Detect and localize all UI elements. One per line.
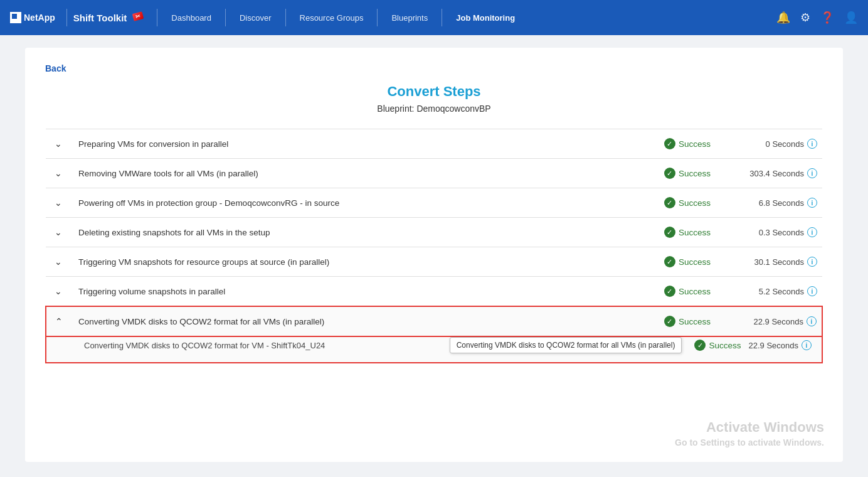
help-icon[interactable]: ❓ xyxy=(820,11,834,24)
time-text: 6.8 Seconds i xyxy=(759,198,817,208)
time-text: 0.3 Seconds i xyxy=(759,227,817,237)
step-label: Removing VMWare tools for all VMs (in pa… xyxy=(71,159,628,188)
table-row: ⌄ Powering off VMs in protection group -… xyxy=(46,188,822,218)
back-button[interactable]: Back xyxy=(45,63,66,73)
table-sub-row: Converting VMDK disks to QCOW2 format fo… xyxy=(46,336,822,363)
status-cell: ✓ Success xyxy=(628,129,716,159)
sub-step-label: Converting VMDK disks to QCOW2 format fo… xyxy=(84,341,325,350)
bell-icon[interactable]: 🔔 xyxy=(776,11,790,24)
success-badge: ✓ Success xyxy=(664,138,711,149)
status-cell: ✓ Success xyxy=(628,277,716,307)
success-badge: ✓ Success xyxy=(664,316,711,327)
success-icon: ✓ xyxy=(664,316,675,327)
time-cell: 22.9 Seconds i xyxy=(716,306,822,336)
nav-divider-5 xyxy=(377,9,378,26)
page-title: Convert Steps xyxy=(45,83,823,100)
sub-info-icon[interactable]: i xyxy=(802,340,812,350)
nav-divider-2 xyxy=(157,9,157,26)
success-badge: ✓ Success xyxy=(664,197,711,208)
nav-divider-4 xyxy=(285,9,286,26)
sub-success-icon: ✓ xyxy=(694,340,706,351)
chevron-collapsed[interactable]: ⌄ xyxy=(46,247,71,277)
steps-table: ⌄ Preparing VMs for conversion in parall… xyxy=(45,129,823,363)
sub-time-text: 22.9 Seconds i xyxy=(748,340,812,350)
info-icon[interactable]: i xyxy=(807,227,817,237)
nav-discover[interactable]: Discover xyxy=(232,13,279,23)
status-cell: ✓ Success xyxy=(628,188,716,218)
time-cell: 6.8 Seconds i xyxy=(716,188,822,218)
info-icon[interactable]: i xyxy=(807,168,817,178)
info-icon[interactable]: i xyxy=(807,286,817,296)
nav-icons: 🔔 ⚙ ❓ 👤 xyxy=(776,11,858,24)
step-label: Triggering VM snapshots for resource gro… xyxy=(71,247,628,277)
nav-divider-3 xyxy=(225,9,226,26)
gear-icon[interactable]: ⚙ xyxy=(800,11,810,24)
chevron-expanded[interactable]: ⌃ xyxy=(46,306,71,336)
time-cell: 30.1 Seconds i xyxy=(716,247,822,277)
step-label: Converting VMDK disks to QCOW2 format fo… xyxy=(71,306,628,336)
toolkit-brand: Shift Toolkit ✂ xyxy=(73,13,144,23)
success-icon: ✓ xyxy=(664,138,675,149)
navbar: NetApp Shift Toolkit ✂ Dashboard Discove… xyxy=(0,0,868,35)
status-cell: ✓ Success xyxy=(628,159,716,188)
netapp-logo: NetApp xyxy=(10,12,55,23)
status-cell: ✓ Success xyxy=(628,218,716,247)
table-row-highlighted: ⌃ Converting VMDK disks to QCOW2 format … xyxy=(46,306,822,336)
time-text: 30.1 Seconds i xyxy=(754,257,817,267)
info-icon[interactable]: i xyxy=(807,316,817,326)
success-icon: ✓ xyxy=(664,168,675,179)
page-subtitle: Blueprint: DemoqcowconvBP xyxy=(45,104,823,114)
table-row: ⌄ Preparing VMs for conversion in parall… xyxy=(46,129,822,159)
step-label: Deleting existing snapshots for all VMs … xyxy=(71,218,628,247)
step-label: Triggering volume snapshots in parallel xyxy=(71,277,628,307)
brand-label: NetApp xyxy=(24,13,55,23)
info-icon[interactable]: i xyxy=(807,257,817,267)
watermark-line1: Activate Windows xyxy=(675,418,824,437)
time-cell: 0 Seconds i xyxy=(716,129,822,159)
success-icon: ✓ xyxy=(664,256,675,267)
step-label: Preparing VMs for conversion in parallel xyxy=(71,129,628,159)
status-cell: ✓ Success xyxy=(628,306,716,336)
toolkit-label: Shift Toolkit xyxy=(73,13,127,23)
nav-job-monitoring[interactable]: Job Monitoring xyxy=(448,13,522,23)
success-badge: ✓ Success xyxy=(664,227,711,238)
time-text: 5.2 Seconds i xyxy=(759,286,817,296)
success-badge: ✓ Success xyxy=(664,256,711,267)
success-icon: ✓ xyxy=(664,286,675,297)
table-row: ⌄ Triggering VM snapshots for resource g… xyxy=(46,247,822,277)
nav-dashboard[interactable]: Dashboard xyxy=(164,13,219,23)
chevron-collapsed[interactable]: ⌄ xyxy=(46,218,71,247)
success-badge: ✓ Success xyxy=(664,286,711,297)
user-icon[interactable]: 👤 xyxy=(844,11,858,24)
chevron-collapsed[interactable]: ⌄ xyxy=(46,159,71,188)
watermark: Activate Windows Go to Settings to activ… xyxy=(675,418,824,449)
netapp-icon xyxy=(10,12,21,23)
table-row: ⌄ Triggering volume snapshots in paralle… xyxy=(46,277,822,307)
chevron-collapsed[interactable]: ⌄ xyxy=(46,277,71,307)
info-icon[interactable]: i xyxy=(807,139,817,149)
tooltip-box: Converting VMDK disks to QCOW2 format fo… xyxy=(450,337,682,353)
time-cell: 303.4 Seconds i xyxy=(716,159,822,188)
nav-divider-6 xyxy=(442,9,442,26)
time-text: 303.4 Seconds i xyxy=(749,168,817,178)
watermark-line2: Go to Settings to activate Windows. xyxy=(675,437,824,449)
step-label: Powering off VMs in protection group - D… xyxy=(71,188,628,218)
success-icon: ✓ xyxy=(664,197,675,208)
time-cell: 0.3 Seconds i xyxy=(716,218,822,247)
success-icon: ✓ xyxy=(664,227,675,238)
time-text: 22.9 Seconds i xyxy=(753,316,817,326)
time-text: 0 Seconds i xyxy=(766,139,817,149)
main-content: Back Convert Steps Blueprint: Demoqcowco… xyxy=(25,48,843,462)
sub-success-badge: ✓ Success xyxy=(694,340,741,351)
status-cell: ✓ Success xyxy=(628,247,716,277)
info-icon[interactable]: i xyxy=(807,198,817,208)
time-cell: 5.2 Seconds i xyxy=(716,277,822,307)
toolkit-badge: ✂ xyxy=(132,11,144,21)
chevron-collapsed[interactable]: ⌄ xyxy=(46,129,71,159)
nav-blueprints[interactable]: Blueprints xyxy=(384,13,435,23)
nav-resource-groups[interactable]: Resource Groups xyxy=(292,13,371,23)
chevron-collapsed[interactable]: ⌄ xyxy=(46,188,71,218)
success-badge: ✓ Success xyxy=(664,168,711,179)
table-row: ⌄ Deleting existing snapshots for all VM… xyxy=(46,218,822,247)
nav-divider-1 xyxy=(66,9,67,26)
